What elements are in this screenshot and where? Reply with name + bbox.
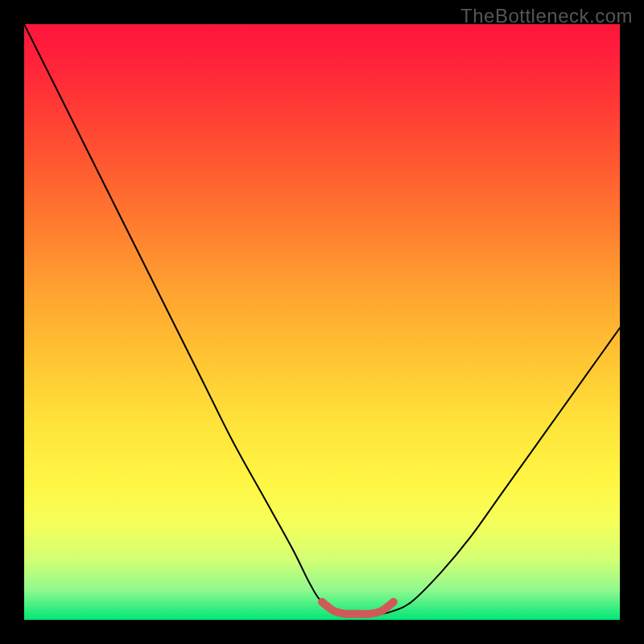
curve-layer [24,24,620,620]
chart-container: TheBottleneck.com [0,0,644,644]
bottleneck-curve [24,24,620,614]
optimal-range-highlight [322,602,394,614]
watermark-text: TheBottleneck.com [460,5,633,27]
plot-area [24,24,620,620]
